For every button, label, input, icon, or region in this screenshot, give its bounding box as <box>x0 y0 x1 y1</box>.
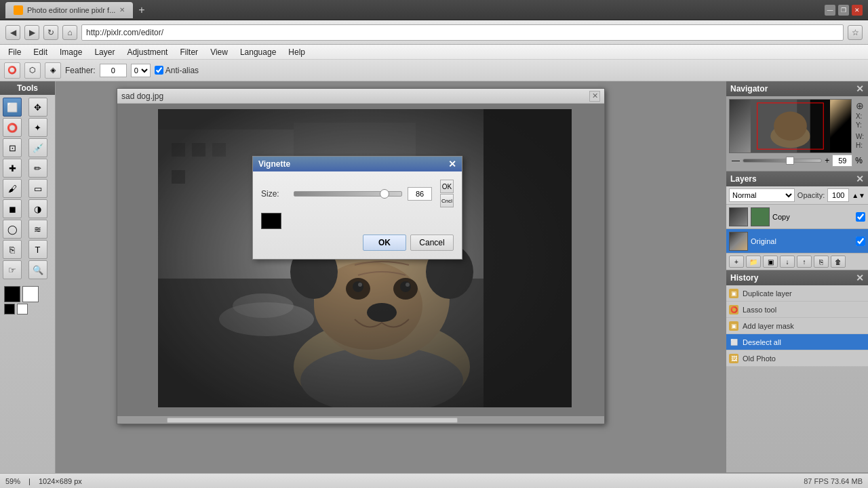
lasso-magnetic-btn[interactable]: ◈ <box>45 62 61 79</box>
zoom-tool[interactable]: 🔍 <box>28 260 47 279</box>
new-group-button[interactable]: 📁 <box>746 256 761 268</box>
minimize-button[interactable]: — <box>825 5 835 16</box>
menu-layer[interactable]: Layer <box>89 46 120 58</box>
pencil-tool[interactable]: ✏ <box>28 159 47 178</box>
zoom-slider-thumb[interactable] <box>786 157 794 165</box>
zoom-value-input[interactable] <box>832 155 852 167</box>
vignette-color-row <box>261 213 454 229</box>
move-up-button[interactable]: ↑ <box>797 256 812 268</box>
eraser-tool[interactable]: ▭ <box>28 179 47 198</box>
add-mask-button[interactable]: ▣ <box>763 256 778 268</box>
menu-adjustment[interactable]: Adjustment <box>121 46 173 58</box>
layer-copy-name: Copy <box>772 213 853 221</box>
home-button[interactable]: ⌂ <box>62 25 77 40</box>
opacity-stepper[interactable]: ▲▼ <box>852 192 865 199</box>
canvas-content[interactable] <box>117 104 604 415</box>
menu-help[interactable]: Help <box>283 46 311 58</box>
new-layer-button[interactable]: + <box>729 256 744 268</box>
paint-bucket-tool[interactable]: ◼ <box>3 199 22 218</box>
layer-copy-visible-checkbox[interactable] <box>856 212 865 222</box>
vignette-dialog-close[interactable]: ✕ <box>448 159 456 169</box>
lasso-freehand-btn[interactable]: ⭕ <box>4 62 20 79</box>
navigator-thumbnail[interactable] <box>729 99 852 153</box>
canvas-close-button[interactable]: ✕ <box>589 91 600 102</box>
magic-wand-tool[interactable]: ✦ <box>28 118 47 137</box>
move-down-button[interactable]: ↓ <box>780 256 795 268</box>
history-item-lasso-tool[interactable]: ⭕ Lasso tool <box>726 302 868 318</box>
background-color-swatch[interactable] <box>22 286 39 302</box>
anti-alias-label: Anti-alias <box>165 66 199 75</box>
address-bar[interactable]: http://pixlr.com/editor/ <box>81 24 844 41</box>
app-toolbar: ⭕ ⬡ ◈ Feather: 0 Anti-alias <box>0 60 868 81</box>
blend-mode-select[interactable]: Normal <box>729 188 795 202</box>
delete-layer-button[interactable]: 🗑 <box>831 256 846 268</box>
text-tool[interactable]: T <box>28 240 47 259</box>
lasso-tool[interactable]: ⭕ <box>3 118 22 137</box>
gradient-tool[interactable]: ◑ <box>28 199 47 218</box>
brush-tool[interactable]: 🖌 <box>3 179 22 198</box>
feather-input[interactable] <box>100 64 127 77</box>
history-item-duplicate-layer[interactable]: ▣ Duplicate layer <box>726 285 868 302</box>
foreground-color-swatch[interactable] <box>4 286 20 302</box>
refresh-button[interactable]: ↻ <box>43 25 58 40</box>
crop-tool[interactable]: ⊡ <box>3 138 22 157</box>
menu-edit[interactable]: Edit <box>28 46 53 58</box>
small-swatch-row <box>4 304 51 314</box>
eyedropper-tool[interactable]: 💉 <box>28 138 47 157</box>
dodge-tool[interactable]: ◯ <box>3 220 22 239</box>
vignette-size-value[interactable]: 86 <box>408 187 432 201</box>
duplicate-layer-button[interactable]: ⎘ <box>814 256 829 268</box>
hand-tool[interactable]: ☞ <box>3 260 22 279</box>
lasso-poly-btn[interactable]: ⬡ <box>24 62 41 79</box>
anti-alias-checkbox[interactable]: Anti-alias <box>155 66 199 75</box>
layer-original-visible-checkbox[interactable] <box>856 237 865 246</box>
vignette-ok-button[interactable]: OK <box>440 180 454 193</box>
menu-filter[interactable]: Filter <box>174 46 203 58</box>
close-window-button[interactable]: ✕ <box>852 5 863 16</box>
cancel-button[interactable]: Cancel <box>410 235 454 251</box>
vignette-size-slider-thumb[interactable] <box>380 189 389 199</box>
move-tool[interactable]: ✥ <box>28 98 47 117</box>
menu-view[interactable]: View <box>205 46 233 58</box>
vignette-color-swatch[interactable] <box>261 213 281 229</box>
right-panel: Navigator ✕ <box>726 81 868 473</box>
zoom-in-icon[interactable]: + <box>825 156 829 165</box>
forward-button[interactable]: ▶ <box>24 25 39 40</box>
history-close-button[interactable]: ✕ <box>856 272 864 283</box>
tab-close-button[interactable]: ✕ <box>119 6 125 14</box>
menu-file[interactable]: File <box>3 46 26 58</box>
scrollbar-thumb-horizontal[interactable] <box>167 418 457 423</box>
layers-close-button[interactable]: ✕ <box>856 174 864 184</box>
bookmark-button[interactable]: ☆ <box>848 25 863 40</box>
layer-row-copy[interactable]: Copy <box>726 205 868 229</box>
canvas-scrollbar-horizontal[interactable] <box>117 415 604 424</box>
vignette-size-slider[interactable] <box>294 191 402 197</box>
clone-tool[interactable]: ⎘ <box>3 240 22 259</box>
maximize-button[interactable]: ❐ <box>838 5 849 16</box>
ok-button[interactable]: OK <box>363 235 406 251</box>
navigator-close-button[interactable]: ✕ <box>856 83 864 94</box>
small-bg-swatch[interactable] <box>17 304 28 314</box>
feather-select[interactable]: 0 <box>131 64 151 77</box>
layer-row-original[interactable]: Original <box>726 229 868 253</box>
history-item-add-layer-mask[interactable]: ▣ Add layer mask <box>726 318 868 334</box>
zoom-out-icon[interactable]: — <box>732 156 740 165</box>
back-button[interactable]: ◀ <box>5 25 20 40</box>
zoom-slider[interactable] <box>743 159 822 163</box>
small-fg-swatch[interactable] <box>4 304 15 314</box>
blur-tool[interactable]: ≋ <box>28 220 47 239</box>
history-item-old-photo[interactable]: 🖼 Old Photo <box>726 350 868 367</box>
healing-tool[interactable]: ✚ <box>3 159 22 178</box>
layers-content: Normal Opacity: ▲▼ Copy Original <box>726 186 868 270</box>
opacity-label: Opacity: <box>797 191 825 199</box>
menu-image[interactable]: Image <box>54 46 87 58</box>
menu-language[interactable]: Language <box>235 46 281 58</box>
anti-alias-check[interactable] <box>155 66 163 75</box>
opacity-input[interactable] <box>827 188 849 202</box>
vignette-cancel-button[interactable]: Cncl <box>440 194 454 207</box>
new-tab-button[interactable]: + <box>138 4 144 16</box>
navigator-y-label: Y: <box>856 121 864 129</box>
marquee-rect-tool[interactable]: ⬜ <box>3 98 22 117</box>
active-tab[interactable]: Photo editor online pixlr f... ✕ <box>5 2 133 18</box>
history-item-deselect-all[interactable]: ⬜ Deselect all <box>726 334 868 350</box>
